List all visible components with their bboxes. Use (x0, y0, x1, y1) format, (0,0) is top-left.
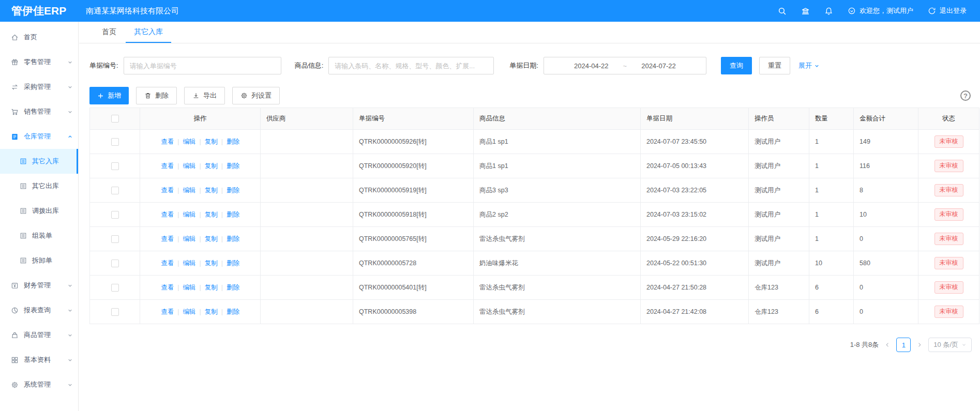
chevron-down-icon (67, 59, 73, 65)
cell-amount: 116 (854, 154, 918, 178)
delete-link[interactable]: 删除 (227, 308, 239, 315)
action-separator: | (177, 138, 179, 145)
edit-link[interactable]: 编辑 (183, 284, 195, 291)
chevron-right-icon[interactable] (916, 342, 923, 348)
export-button[interactable]: 导出 (184, 87, 225, 104)
search-icon[interactable] (778, 7, 787, 16)
delete-link[interactable]: 删除 (227, 260, 239, 267)
delete-link[interactable]: 删除 (227, 211, 239, 218)
chevron-left-icon[interactable] (884, 342, 891, 348)
row-checkbox[interactable] (111, 308, 119, 316)
select-all-checkbox[interactable] (111, 115, 119, 123)
bill-no-input[interactable] (124, 57, 281, 74)
sidebar-item-disassembly[interactable]: 拆卸单 (0, 248, 78, 273)
edit-link[interactable]: 编辑 (183, 308, 195, 315)
date-start[interactable]: 2024-04-22 (574, 62, 609, 70)
sidebar-item-sales[interactable]: 销售管理 (0, 99, 78, 124)
search-button[interactable]: 查询 (721, 57, 752, 74)
row-checkbox[interactable] (111, 138, 119, 146)
view-link[interactable]: 查看 (161, 308, 174, 315)
cell-supplier (261, 276, 353, 300)
col-bill-no: 单据编号 (353, 108, 474, 130)
edit-link[interactable]: 编辑 (183, 187, 195, 194)
delete-link[interactable]: 删除 (227, 284, 239, 291)
col-supplier: 供应商 (261, 108, 353, 130)
col-date: 单据日期 (641, 108, 749, 130)
sidebar-item-finance[interactable]: 财务管理 (0, 273, 78, 298)
cell-supplier (261, 130, 353, 154)
tab-home[interactable]: 首页 (94, 22, 125, 43)
row-checkbox[interactable] (111, 162, 119, 170)
view-link[interactable]: 查看 (161, 211, 174, 218)
sidebar-item-reports[interactable]: 报表查询 (0, 298, 78, 323)
sidebar-item-retail[interactable]: 零售管理 (0, 50, 78, 74)
view-link[interactable]: 查看 (161, 187, 174, 194)
copy-link[interactable]: 复制 (205, 211, 218, 218)
view-link[interactable]: 查看 (161, 260, 174, 267)
product-info-input[interactable] (328, 57, 494, 74)
sidebar-item-other-inbound[interactable]: 其它入库 (0, 149, 78, 174)
date-end[interactable]: 2024-07-22 (641, 62, 676, 70)
row-checkbox[interactable] (111, 235, 119, 243)
page-1-button[interactable]: 1 (896, 338, 911, 352)
edit-link[interactable]: 编辑 (183, 138, 195, 145)
cell-date: 2024-05-29 22:16:20 (641, 227, 749, 251)
sidebar-item-label: 仓库管理 (24, 132, 51, 141)
copy-link[interactable]: 复制 (205, 284, 218, 291)
copy-link[interactable]: 复制 (205, 235, 218, 242)
status-badge: 未审核 (934, 184, 963, 196)
column-settings-button[interactable]: 列设置 (232, 87, 280, 104)
copy-link[interactable]: 复制 (205, 187, 218, 194)
sidebar-item-transfer-outbound[interactable]: 调拨出库 (0, 199, 78, 223)
date-range-picker[interactable]: 2024-04-22 ~ 2024-07-22 (544, 57, 706, 74)
sidebar-item-assembly[interactable]: 组装单 (0, 223, 78, 248)
delete-link[interactable]: 删除 (227, 235, 239, 242)
col-operator: 操作员 (749, 108, 809, 130)
edit-link[interactable]: 编辑 (183, 162, 195, 170)
tab-other-inbound[interactable]: 其它入库 (126, 22, 171, 43)
view-link[interactable]: 查看 (161, 284, 174, 291)
copy-link[interactable]: 复制 (205, 260, 218, 267)
bell-icon[interactable] (824, 7, 833, 16)
row-checkbox[interactable] (111, 284, 119, 292)
sidebar-item-purchase[interactable]: 采购管理 (0, 74, 78, 99)
edit-link[interactable]: 编辑 (183, 211, 195, 218)
download-icon (192, 92, 200, 99)
delete-link[interactable]: 删除 (227, 138, 239, 145)
view-link[interactable]: 查看 (161, 235, 174, 242)
view-link[interactable]: 查看 (161, 138, 174, 145)
sidebar-item-warehouse[interactable]: 仓库管理 (0, 124, 78, 149)
cell-amount: 0 (854, 227, 918, 251)
delete-link[interactable]: 删除 (227, 162, 239, 170)
brand-logo[interactable]: 管伊佳ERP (0, 4, 79, 18)
col-product: 商品信息 (474, 108, 641, 130)
page-size-select[interactable]: 10 条/页 (928, 338, 972, 352)
reset-button[interactable]: 重置 (759, 57, 790, 74)
bank-icon[interactable] (801, 7, 810, 16)
add-button[interactable]: 新增 (89, 87, 129, 104)
delete-link[interactable]: 删除 (227, 187, 239, 194)
edit-link[interactable]: 编辑 (183, 235, 195, 242)
copy-link[interactable]: 复制 (205, 308, 218, 315)
row-checkbox[interactable] (111, 187, 119, 194)
logout-button[interactable]: 退出登录 (928, 6, 967, 16)
welcome-user[interactable]: 欢迎您，测试用户 (848, 6, 913, 16)
sidebar-item-basic-data[interactable]: 基本资料 (0, 347, 78, 372)
table-row: 查看|编辑|复制|删除 QTRK00000005920[转] 商品1 sp1 2… (90, 154, 979, 178)
delete-button[interactable]: 删除 (136, 87, 177, 104)
user-circle-icon (848, 7, 856, 15)
sidebar-item-label: 调拨出库 (32, 206, 59, 216)
row-checkbox[interactable] (111, 260, 119, 267)
expand-link[interactable]: 展开 (798, 61, 820, 70)
view-link[interactable]: 查看 (161, 162, 174, 170)
question-icon[interactable] (960, 90, 971, 101)
copy-link[interactable]: 复制 (205, 162, 218, 170)
sidebar-item-home[interactable]: 首页 (0, 25, 78, 50)
row-checkbox[interactable] (111, 211, 119, 219)
cell-amount: 580 (854, 251, 918, 276)
sidebar-item-other-outbound[interactable]: 其它出库 (0, 174, 78, 199)
sidebar-item-goods[interactable]: 商品管理 (0, 323, 78, 347)
sidebar-item-system[interactable]: 系统管理 (0, 372, 78, 397)
copy-link[interactable]: 复制 (205, 138, 218, 145)
edit-link[interactable]: 编辑 (183, 260, 195, 267)
